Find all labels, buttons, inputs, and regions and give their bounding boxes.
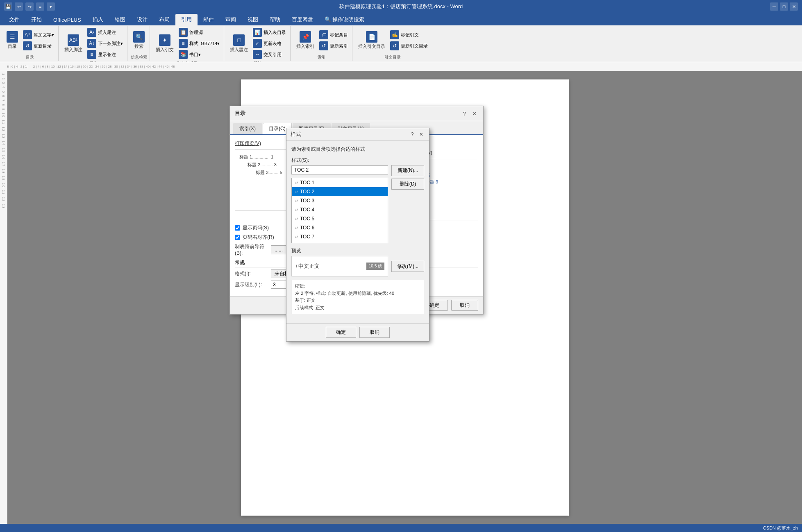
tab-leader-label: 制表符前导符(B): — [235, 243, 268, 256]
style-preview-box: +中文正文 10.5 磅 — [291, 256, 388, 276]
align-page-numbers-checkbox[interactable] — [235, 235, 240, 240]
style-dialog-close-btn[interactable]: ✕ — [418, 131, 425, 138]
preview-badge-text: 10.5 磅 — [369, 264, 382, 268]
toc-dialog-actions: ? ✕ — [460, 109, 478, 118]
style-dialog-body: 请为索引或目录项选择合适的样式 样式(S): ↵ TOC 1 ↵ TOC 2 — [286, 141, 429, 323]
align-page-numbers-label: 页码右对齐(R) — [243, 234, 274, 241]
toc5-arrow: ↵ — [295, 217, 298, 221]
toc5-label: TOC 5 — [300, 216, 314, 222]
toc4-arrow: ↵ — [295, 208, 298, 212]
format-label: 格式(I): — [235, 270, 268, 277]
desc-line3: 基于: 正文 — [295, 297, 420, 304]
style-cancel-btn[interactable]: 取消 — [359, 327, 390, 338]
toc6-label: TOC 6 — [300, 225, 314, 231]
toc1-arrow: ↵ — [295, 181, 298, 185]
style-input[interactable] — [291, 165, 388, 174]
level-input[interactable] — [271, 281, 287, 289]
style-confirm-btn[interactable]: 确定 — [326, 327, 356, 338]
style-list[interactable]: ↵ TOC 1 ↵ TOC 2 ↵ TOC 3 ↵ — [291, 178, 388, 243]
toc6-arrow: ↵ — [295, 226, 298, 230]
toc2-arrow: ↵ — [295, 190, 298, 194]
style-instruction: 请为索引或目录项选择合适的样式 — [291, 146, 424, 153]
style-dialog: 样式 ? ✕ 请为索引或目录项选择合适的样式 样式(S): ↵ TOC 1 — [286, 128, 429, 342]
desc-line2: 左 2 字符, 样式: 自动更新, 使用前隐藏, 优先级: 40 — [295, 290, 420, 297]
style-preview-label: 预览 — [291, 247, 424, 254]
style-new-btn[interactable]: 新建(N)... — [391, 165, 424, 176]
style-input-label: 样式(S): — [291, 157, 388, 164]
toc8-label: TOC 8 — [300, 243, 314, 243]
style-list-item-toc2[interactable]: ↵ TOC 2 — [292, 187, 388, 196]
toc7-label: TOC 7 — [300, 234, 314, 240]
toc2-label: TOC 2 — [300, 189, 314, 195]
tab-index[interactable]: 索引(X) — [233, 123, 262, 134]
style-preview-text: +中文正文 — [295, 263, 363, 270]
style-list-item-toc7[interactable]: ↵ TOC 7 — [292, 232, 388, 241]
web-preview-line-3: 标题 3 — [425, 179, 474, 185]
style-modify-btn[interactable]: 修改(M)... — [391, 261, 424, 272]
toc3-label: TOC 3 — [300, 198, 314, 204]
style-delete-btn[interactable]: 删除(D) — [391, 179, 424, 190]
toc-dialog-close-btn[interactable]: ✕ — [470, 109, 478, 118]
style-list-item-toc4[interactable]: ↵ TOC 4 — [292, 205, 388, 214]
toc-cancel-btn[interactable]: 取消 — [451, 300, 478, 311]
style-dialog-title-bar: 样式 ? ✕ — [286, 128, 429, 141]
toc1-label: TOC 1 — [300, 180, 314, 186]
show-page-numbers-checkbox[interactable] — [235, 225, 240, 231]
level-label: 显示级别(L): — [235, 281, 268, 288]
style-description: 缩进: 左 2 字符, 样式: 自动更新, 使用前隐藏, 优先级: 40 基于:… — [291, 280, 424, 314]
toc4-label: TOC 4 — [300, 207, 314, 213]
toc3-arrow: ↵ — [295, 199, 298, 203]
desc-line1: 缩进: — [295, 283, 420, 290]
style-list-item-toc8[interactable]: ↵ TOC 8 — [292, 241, 388, 243]
style-dialog-actions: ? ✕ — [409, 131, 425, 138]
style-list-item-toc5[interactable]: ↵ TOC 5 — [292, 214, 388, 223]
style-preview-section: 预览 +中文正文 10.5 磅 修改(M)... — [291, 247, 424, 276]
style-dialog-footer: 确定 取消 — [286, 323, 429, 341]
show-page-numbers-label: 显示页码(S) — [243, 224, 269, 231]
toc7-arrow: ↵ — [295, 235, 298, 239]
toc-dialog-title: 目录 — [235, 110, 245, 117]
style-preview-badge: 10.5 磅 — [366, 263, 384, 270]
dialog-overlay: 目录 ? ✕ 索引(X) 目录(C) 图表目录(F) 引文目录(A) 打印预览(… — [0, 0, 802, 532]
style-list-item-toc6[interactable]: ↵ TOC 6 — [292, 223, 388, 232]
style-dialog-help-btn[interactable]: ? — [409, 131, 416, 138]
toc-dialog-help-btn[interactable]: ? — [460, 109, 468, 118]
desc-line4: 后续样式: 正文 — [295, 304, 420, 312]
toc-dialog-title-bar: 目录 ? ✕ — [230, 106, 483, 121]
style-list-item-toc1[interactable]: ↵ TOC 1 — [292, 178, 388, 187]
style-list-item-toc3[interactable]: ↵ TOC 3 — [292, 196, 388, 205]
style-dialog-title: 样式 — [291, 131, 301, 138]
